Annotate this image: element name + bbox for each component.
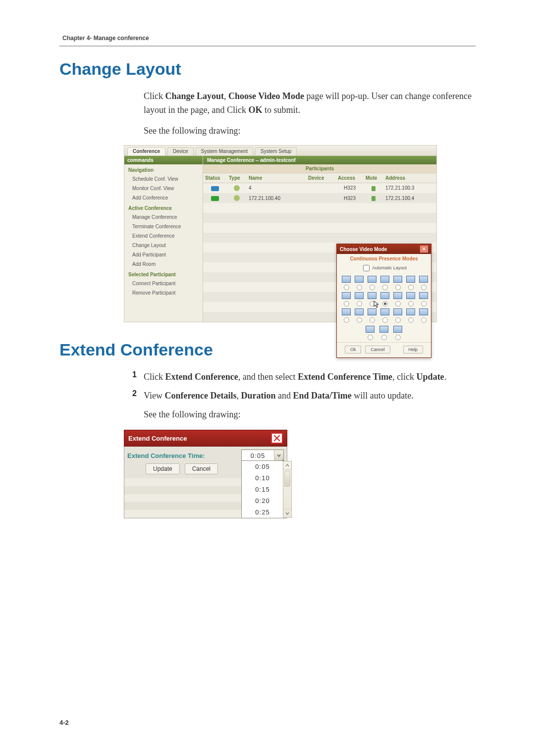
layout-tile-icon xyxy=(368,276,376,283)
cell-address: 172.21.100.3 xyxy=(383,183,436,193)
cell-name: 172.21.100.40 xyxy=(247,193,306,203)
layout-tile-icon xyxy=(380,276,389,283)
layout-radio[interactable] xyxy=(344,285,349,290)
dropdown-scrollbar[interactable] xyxy=(283,461,292,518)
sidebar-item-add-participant[interactable]: Add Participant xyxy=(124,250,203,259)
layout-radio[interactable] xyxy=(382,317,388,323)
update-button[interactable]: Update xyxy=(146,463,180,474)
dropdown-option[interactable]: 0:20 xyxy=(242,495,283,506)
section-change-layout-title: Change Layout xyxy=(59,59,476,79)
cell-name: 4 xyxy=(247,183,306,193)
list-item-1: Click Extend Conference, and then select… xyxy=(144,370,476,384)
table-row[interactable]: 4 H323 172.21.100.3 xyxy=(203,183,436,193)
scroll-up-icon[interactable] xyxy=(283,461,291,470)
col-device[interactable]: Device xyxy=(306,173,336,183)
layout-tile-icon xyxy=(419,276,428,283)
tab-system-setup[interactable]: System Setup xyxy=(255,147,297,155)
list-num-2: 2 xyxy=(124,389,137,403)
layout-tile-icon xyxy=(419,292,428,299)
sidebar-item-extend-conference[interactable]: Extend Conference xyxy=(124,231,203,241)
layout-radio[interactable] xyxy=(395,335,401,340)
table-empty-area: Choose Video Mode ✕ Continuous Presence … xyxy=(203,203,436,322)
layout-tile-icon xyxy=(393,326,402,333)
cell-address: 172.21.100.4 xyxy=(383,193,436,203)
manage-conference-app: Conference Device System Management Syst… xyxy=(124,145,437,323)
dropdown-option[interactable]: 0:25 xyxy=(242,506,283,518)
dropdown-option[interactable]: 0:05 xyxy=(242,461,283,472)
close-icon[interactable] xyxy=(271,433,283,444)
layout-radio[interactable] xyxy=(382,301,388,306)
head-rule xyxy=(59,46,476,47)
layout-radio[interactable] xyxy=(382,285,388,290)
ok-button[interactable]: Ok xyxy=(345,346,362,353)
sidebar-item-schedule-conf-view[interactable]: Schedule Conf. View xyxy=(124,174,203,184)
layout-tile-icon xyxy=(393,292,402,299)
scroll-thumb[interactable] xyxy=(284,471,290,487)
layout-radio[interactable] xyxy=(370,285,375,290)
layout-grid xyxy=(337,276,431,326)
layout-radio[interactable] xyxy=(357,317,362,323)
layout-tile-icon xyxy=(355,292,364,299)
layout-radio[interactable] xyxy=(421,285,427,290)
layout-tile-icon xyxy=(393,276,402,283)
extend-time-label: Extend Conference Time: xyxy=(127,452,238,459)
automatic-layout-row: Automatic Layout xyxy=(337,262,431,276)
cancel-button[interactable]: Cancel xyxy=(185,463,218,474)
chevron-down-icon[interactable] xyxy=(274,450,283,461)
layout-radio[interactable] xyxy=(344,317,349,323)
layout-tile-icon xyxy=(366,326,374,333)
automatic-layout-checkbox[interactable] xyxy=(363,265,370,271)
layout-radio[interactable] xyxy=(370,317,375,323)
sidebar-section-active-conference: Active Conference xyxy=(124,202,203,212)
section1-para1: Click Change Layout, Choose Video Mode p… xyxy=(144,90,476,117)
modal-title: Choose Video Mode xyxy=(340,247,387,252)
sidebar-item-add-room[interactable]: Add Room xyxy=(124,259,203,269)
sidebar-item-terminate-conference[interactable]: Terminate Conference xyxy=(124,222,203,231)
layout-radio[interactable] xyxy=(357,285,362,290)
layout-tile-icon xyxy=(406,276,415,283)
dropdown-list: 0:05 0:10 0:15 0:20 0:25 xyxy=(241,460,284,518)
tab-conference[interactable]: Conference xyxy=(127,147,165,155)
layout-radio[interactable] xyxy=(408,317,414,323)
col-address[interactable]: Address xyxy=(383,173,436,183)
layout-radio[interactable] xyxy=(368,335,373,340)
tab-system-management[interactable]: System Management xyxy=(196,147,254,155)
layout-radio[interactable] xyxy=(408,301,414,306)
sidebar-section-navigation: Navigation xyxy=(124,164,203,174)
cancel-button[interactable]: Cancel xyxy=(365,346,390,353)
dropdown-option[interactable]: 0:15 xyxy=(242,484,283,495)
running-head: Chapter 4- Manage conference xyxy=(62,35,476,42)
sidebar-item-monitor-conf-view[interactable]: Monitor Conf. View xyxy=(124,184,203,193)
layout-radio[interactable] xyxy=(395,285,401,290)
layout-radio[interactable] xyxy=(421,301,427,306)
sidebar-item-add-conference[interactable]: Add Conference xyxy=(124,193,203,202)
table-row[interactable]: 172.21.100.40 H323 172.21.100.4 xyxy=(203,193,436,203)
scroll-down-icon[interactable] xyxy=(283,509,291,517)
help-button[interactable]: Help xyxy=(403,346,424,353)
sidebar-item-connect-participant[interactable]: Connect Participant xyxy=(124,279,203,288)
col-status[interactable]: Status xyxy=(203,173,227,183)
list-num-1: 1 xyxy=(124,370,137,384)
tab-device[interactable]: Device xyxy=(167,147,194,155)
dropdown-option[interactable]: 0:10 xyxy=(242,472,283,484)
layout-radio[interactable] xyxy=(421,317,427,323)
cell-access: H323 xyxy=(336,193,364,203)
layout-radio[interactable] xyxy=(395,301,401,306)
layout-tile-icon xyxy=(393,308,402,315)
col-access[interactable]: Access xyxy=(336,173,364,183)
layout-radio[interactable] xyxy=(381,335,387,340)
sidebar-commands-head: commands xyxy=(124,156,203,164)
sidebar-item-remove-participant[interactable]: Remove Participant xyxy=(124,288,203,298)
automatic-layout-label: Automatic Layout xyxy=(372,265,407,270)
col-name[interactable]: Name xyxy=(247,173,306,183)
close-icon[interactable]: ✕ xyxy=(420,246,428,252)
col-type[interactable]: Type xyxy=(227,173,247,183)
layout-radio[interactable] xyxy=(344,301,349,306)
layout-radio[interactable] xyxy=(395,317,401,323)
sidebar-item-manage-conference[interactable]: Manage Conference xyxy=(124,212,203,222)
extend-time-dropdown[interactable]: 0:05 0:05 0:10 0:15 0:20 0:25 xyxy=(241,450,284,461)
layout-radio[interactable] xyxy=(408,285,414,290)
sidebar-item-change-layout[interactable]: Change Layout xyxy=(124,241,203,250)
col-mute[interactable]: Mute xyxy=(364,173,383,183)
layout-radio[interactable] xyxy=(357,301,362,306)
